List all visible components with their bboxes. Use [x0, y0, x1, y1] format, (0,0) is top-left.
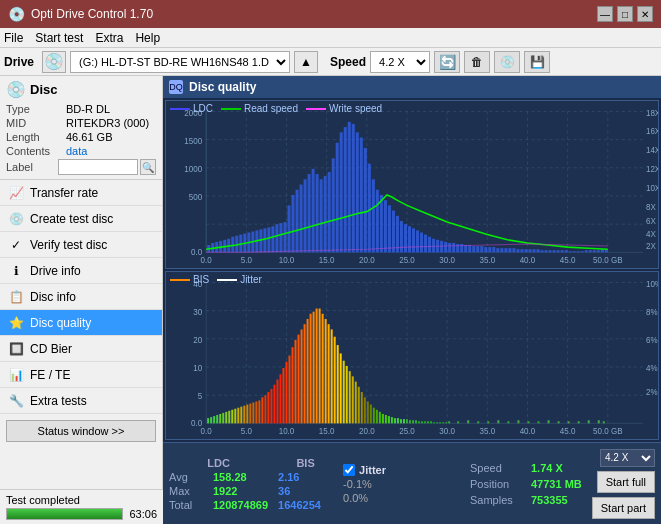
svg-rect-123 [528, 249, 531, 252]
svg-text:20.0: 20.0 [359, 427, 375, 436]
nav-transfer-rate[interactable]: 📈 Transfer rate [0, 180, 162, 206]
svg-rect-120 [516, 249, 519, 252]
svg-rect-95 [416, 230, 419, 252]
svg-rect-121 [520, 249, 523, 252]
ldc-stats: LDC Avg 158.28 Max 1922 Total 120874869 [169, 457, 268, 511]
drive-info-icon: ℹ [8, 263, 24, 279]
close-button[interactable]: ✕ [637, 6, 653, 22]
svg-text:1000: 1000 [184, 165, 202, 174]
svg-rect-228 [346, 366, 348, 423]
refresh-button[interactable]: 🔄 [434, 51, 460, 73]
svg-rect-255 [427, 421, 429, 423]
svg-rect-134 [573, 251, 576, 252]
svg-rect-219 [319, 309, 321, 424]
svg-text:30.0: 30.0 [439, 427, 455, 436]
progress-bar-fill [7, 509, 122, 519]
nav-disc-quality[interactable]: ⭐ Disc quality [0, 310, 162, 336]
title-bar-left: 💿 Opti Drive Control 1.70 [8, 6, 153, 22]
drive-label: Drive [4, 55, 34, 69]
svg-rect-64 [292, 195, 295, 252]
save-button[interactable]: 💾 [524, 51, 550, 73]
svg-rect-206 [279, 374, 281, 423]
max-ldc-row: Max 1922 [169, 485, 268, 497]
disc-burn-button[interactable]: 💿 [494, 51, 520, 73]
legend-write-speed-label: Write speed [329, 103, 382, 114]
nav-verify-test-disc[interactable]: ✓ Verify test disc [0, 232, 162, 258]
svg-text:35.0: 35.0 [479, 256, 495, 265]
drive-select[interactable]: (G:) HL-DT-ST BD-RE WH16NS48 1.D3 [70, 51, 290, 73]
menu-start-test[interactable]: Start test [35, 31, 83, 45]
nav-disc-quality-label: Disc quality [30, 316, 91, 330]
max-bis-row: 36 [278, 485, 333, 497]
disc-label-row: Label 🔍 [6, 159, 156, 175]
svg-rect-119 [512, 248, 515, 252]
start-part-button[interactable]: Start part [592, 497, 655, 519]
svg-rect-272 [548, 420, 550, 423]
nav-items: 📈 Transfer rate 💿 Create test disc ✓ Ver… [0, 180, 162, 414]
svg-text:5.0: 5.0 [241, 427, 253, 436]
svg-rect-108 [468, 245, 471, 252]
svg-text:5: 5 [198, 392, 203, 401]
eject-button[interactable]: ▲ [294, 51, 318, 73]
disc-contents-label: Contents [6, 145, 66, 157]
disc-contents-row: Contents data [6, 145, 156, 157]
svg-rect-215 [307, 319, 309, 423]
disc-mid-label: MID [6, 117, 66, 129]
disc-type-label: Type [6, 103, 66, 115]
menu-file[interactable]: File [4, 31, 23, 45]
svg-rect-200 [261, 397, 263, 423]
menu-extra[interactable]: Extra [95, 31, 123, 45]
svg-rect-124 [532, 249, 535, 252]
top-chart-svg: 2000 1500 1000 500 0.0 18X 16X 14X 12X 1… [166, 101, 658, 268]
maximize-button[interactable]: □ [617, 6, 633, 22]
svg-rect-230 [352, 376, 354, 423]
nav-drive-info[interactable]: ℹ Drive info [0, 258, 162, 284]
svg-rect-205 [276, 380, 278, 424]
status-window-button[interactable]: Status window >> [6, 420, 156, 442]
svg-rect-135 [577, 251, 580, 252]
svg-rect-223 [331, 329, 333, 423]
svg-rect-67 [304, 179, 307, 252]
nav-create-test-disc[interactable]: 💿 Create test disc [0, 206, 162, 232]
svg-rect-208 [285, 362, 287, 424]
nav-verify-test-disc-label: Verify test disc [30, 238, 107, 252]
disc-erase-button[interactable]: 🗑 [464, 51, 490, 73]
svg-text:10X: 10X [646, 184, 658, 193]
nav-fe-te-label: FE / TE [30, 368, 70, 382]
svg-rect-278 [603, 421, 605, 423]
nav-extra-tests[interactable]: 🔧 Extra tests [0, 388, 162, 414]
disc-label-icon-btn[interactable]: 🔍 [140, 159, 156, 175]
svg-rect-248 [406, 419, 408, 423]
position-stat-value: 47731 MB [531, 478, 582, 490]
nav-cd-bier[interactable]: 🔲 CD Bier [0, 336, 162, 362]
svg-rect-189 [228, 411, 230, 424]
svg-text:20.0: 20.0 [359, 256, 375, 265]
disc-label-input[interactable] [58, 159, 138, 175]
svg-rect-216 [310, 314, 312, 424]
svg-rect-263 [457, 421, 459, 423]
menu-help[interactable]: Help [135, 31, 160, 45]
minimize-button[interactable]: — [597, 6, 613, 22]
nav-transfer-rate-label: Transfer rate [30, 186, 98, 200]
nav-fe-te[interactable]: 📊 FE / TE [0, 362, 162, 388]
svg-rect-270 [527, 421, 529, 423]
svg-rect-209 [288, 356, 290, 424]
svg-rect-99 [432, 239, 435, 253]
svg-rect-236 [370, 405, 372, 424]
svg-rect-222 [328, 324, 330, 423]
svg-rect-127 [545, 250, 548, 252]
svg-rect-89 [392, 211, 395, 253]
speed-select[interactable]: 4.2 X [370, 51, 430, 73]
speed-select-stats[interactable]: 4.2 X [600, 449, 655, 467]
jitter-checkbox[interactable] [343, 464, 355, 476]
avg-bis-value: 2.16 [278, 471, 299, 483]
svg-rect-88 [388, 205, 391, 252]
legend-read-speed: Read speed [221, 103, 298, 114]
svg-rect-126 [541, 250, 544, 252]
nav-disc-info[interactable]: 📋 Disc info [0, 284, 162, 310]
svg-text:2%: 2% [646, 388, 658, 397]
cd-bier-icon: 🔲 [8, 341, 24, 357]
svg-rect-254 [424, 421, 426, 423]
start-full-button[interactable]: Start full [597, 471, 655, 493]
svg-rect-130 [557, 250, 560, 252]
